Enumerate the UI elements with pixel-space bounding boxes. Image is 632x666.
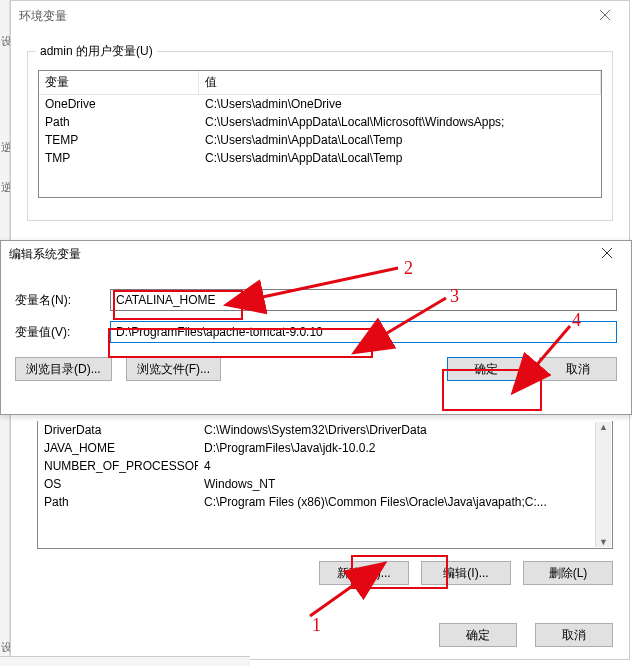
table-row[interactable]: DriverData C:\Windows\System32\Drivers\D… [38, 421, 612, 439]
system-edit-button[interactable]: 编辑(I)... [421, 561, 511, 585]
edit-dialog-titlebar: 编辑系统变量 [1, 241, 631, 267]
cell-val: D:\ProgramFiles\Java\jdk-10.0.2 [198, 439, 612, 457]
system-variables-table[interactable]: DriverData C:\Windows\System32\Drivers\D… [37, 421, 613, 549]
cell-val: 4 [198, 457, 612, 475]
table-row[interactable]: Path C:\Program Files (x86)\Common Files… [38, 493, 612, 511]
user-variables-groupbox: admin 的用户变量(U) 变量 值 OneDrive C:\Users\ad… [27, 51, 613, 221]
edit-dialog-close-button[interactable] [587, 241, 627, 265]
scroll-down-icon[interactable]: ▼ [599, 537, 608, 547]
system-variables-buttons: 新建(W)... 编辑(I)... 删除(L) [37, 561, 613, 585]
system-delete-button[interactable]: 删除(L) [523, 561, 613, 585]
env-window-title: 环境变量 [19, 8, 67, 25]
background-strip [0, 656, 250, 666]
header-value[interactable]: 值 [199, 71, 601, 94]
env-cancel-button[interactable]: 取消 [535, 623, 613, 647]
system-new-button[interactable]: 新建(W)... [319, 561, 409, 585]
edit-ok-button[interactable]: 确定 [447, 357, 525, 381]
table-row[interactable]: NUMBER_OF_PROCESSORS 4 [38, 457, 612, 475]
close-icon [600, 10, 610, 20]
table-row[interactable]: Path C:\Users\admin\AppData\Local\Micros… [39, 113, 601, 131]
table-row[interactable]: TMP C:\Users\admin\AppData\Local\Temp [39, 149, 601, 167]
cell-val: C:\Users\admin\OneDrive [199, 95, 601, 113]
cell-var: DriverData [38, 421, 198, 439]
browse-file-button[interactable]: 浏览文件(F)... [126, 357, 221, 381]
scroll-up-icon[interactable]: ▲ [599, 422, 608, 432]
variable-name-input[interactable] [110, 289, 617, 311]
table-row[interactable]: OneDrive C:\Users\admin\OneDrive [39, 95, 601, 113]
table-header: 变量 值 [39, 71, 601, 95]
cell-val: C:\Users\admin\AppData\Local\Microsoft\W… [199, 113, 601, 131]
cell-var: Path [39, 113, 199, 131]
cell-var: TEMP [39, 131, 199, 149]
env-window-bottom-buttons: 确定 取消 [37, 623, 613, 647]
user-variables-table[interactable]: 变量 值 OneDrive C:\Users\admin\OneDrive Pa… [38, 70, 602, 198]
env-window-titlebar: 环境变量 [11, 1, 629, 31]
edit-dialog-title: 编辑系统变量 [9, 246, 81, 263]
cell-var: Path [38, 493, 198, 511]
cell-var: JAVA_HOME [38, 439, 198, 457]
variable-value-label: 变量值(V): [15, 324, 110, 341]
cell-val: C:\Users\admin\AppData\Local\Temp [199, 149, 601, 167]
cell-val: Windows_NT [198, 475, 612, 493]
browse-directory-button[interactable]: 浏览目录(D)... [15, 357, 112, 381]
variable-value-input[interactable] [110, 321, 617, 343]
cell-var: NUMBER_OF_PROCESSORS [38, 457, 198, 475]
cell-val: C:\Users\admin\AppData\Local\Temp [199, 131, 601, 149]
edit-dialog-buttons: 浏览目录(D)... 浏览文件(F)... 确定 取消 [15, 357, 617, 381]
variable-name-row: 变量名(N): [15, 289, 617, 311]
table-row[interactable]: JAVA_HOME D:\ProgramFiles\Java\jdk-10.0.… [38, 439, 612, 457]
variable-value-row: 变量值(V): [15, 321, 617, 343]
cell-var: OS [38, 475, 198, 493]
env-window-close-button[interactable] [585, 1, 625, 29]
variable-name-label: 变量名(N): [15, 292, 110, 309]
user-groupbox-legend: admin 的用户变量(U) [36, 43, 157, 60]
edit-cancel-button[interactable]: 取消 [539, 357, 617, 381]
env-ok-button[interactable]: 确定 [439, 623, 517, 647]
cell-val: C:\Program Files (x86)\Common Files\Orac… [198, 493, 612, 511]
close-icon [602, 248, 612, 258]
scrollbar[interactable]: ▲ ▼ [595, 422, 611, 547]
edit-system-variable-dialog: 编辑系统变量 变量名(N): 变量值(V): 浏览目录(D)... 浏览文件(F… [0, 240, 632, 415]
cell-var: OneDrive [39, 95, 199, 113]
header-variable[interactable]: 变量 [39, 71, 199, 94]
table-row[interactable]: OS Windows_NT [38, 475, 612, 493]
cell-val: C:\Windows\System32\Drivers\DriverData [198, 421, 612, 439]
table-row[interactable]: TEMP C:\Users\admin\AppData\Local\Temp [39, 131, 601, 149]
cell-var: TMP [39, 149, 199, 167]
